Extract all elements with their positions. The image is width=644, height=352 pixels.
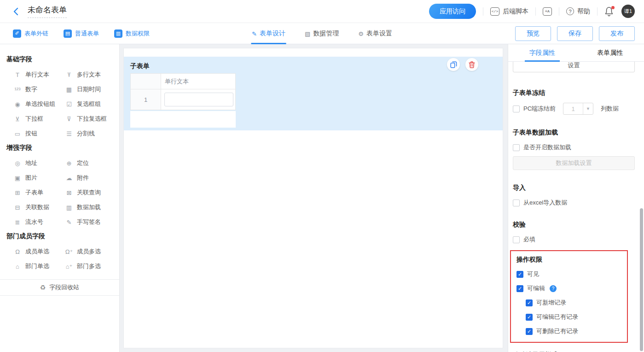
field-label: 单选按钮组	[25, 100, 55, 108]
panel-tab[interactable]: 字段属性	[508, 44, 576, 61]
permission-checkbox-row[interactable]: 可新增记录 ?	[526, 299, 622, 307]
recycle-icon: ♻	[40, 284, 46, 291]
checkbox[interactable]	[526, 328, 533, 335]
question-icon: ?	[566, 7, 574, 15]
field-palette-item[interactable]: ⌂⁺ 部门多选	[65, 259, 119, 274]
required-checkbox-row[interactable]: 必填	[513, 235, 635, 244]
checkbox-unchecked[interactable]	[513, 144, 520, 151]
checkbox[interactable]	[516, 271, 523, 278]
field-recycle-bin-button[interactable]: ♻ 字段回收站	[0, 279, 119, 296]
form-title[interactable]: 未命名表单	[28, 5, 67, 18]
checkbox[interactable]	[516, 285, 523, 292]
field-palette-item[interactable]: ☁ 附件	[65, 170, 119, 185]
field-label: 分割线	[77, 129, 95, 138]
freeze-suffix-label: 列数据	[601, 105, 619, 113]
field-palette-item[interactable]: Ŧ 多行文本	[65, 67, 119, 82]
freeze-column-select[interactable]: 1 ▼	[563, 103, 593, 115]
main-tab[interactable]: ⚙ 表单设置	[358, 23, 392, 44]
subform-table-header: 单行文本	[131, 74, 235, 89]
permission-checkbox-row[interactable]: 可编辑 ?	[516, 284, 622, 293]
field-palette-item[interactable]: T 单行文本	[13, 67, 65, 82]
subform-component-selected[interactable]: 子表单	[124, 57, 503, 130]
toolbar-action-button[interactable]: 保存	[557, 26, 593, 41]
field-palette-item[interactable]: ◉ 单选按钮组	[13, 97, 65, 111]
backend-script-button[interactable]: </> 后端脚本	[490, 7, 528, 16]
field-palette-item[interactable]: ▦ 日期时间	[65, 82, 119, 97]
import-checkbox-row[interactable]: 从excel导入数据	[513, 199, 635, 207]
field-icon: ⊞	[13, 189, 22, 196]
tab-label: 数据管理	[313, 29, 339, 38]
checkbox-unchecked[interactable]	[513, 199, 520, 206]
field-palette-item[interactable]: ⌂ 部门单选	[13, 259, 65, 274]
help-label: 帮助	[577, 7, 590, 16]
delete-component-button[interactable]	[465, 58, 478, 71]
field-palette-item[interactable]: ▣ 图片	[13, 170, 65, 185]
field-palette-item[interactable]: ⊽ 下拉复选框	[65, 111, 119, 126]
dataload-checkbox-row[interactable]: 是否开启数据加载	[513, 143, 635, 152]
permission-checkbox-row[interactable]: 可编辑已有记录 ?	[526, 313, 622, 321]
field-palette-item[interactable]: ¹²³ 数字	[13, 82, 65, 97]
field-palette-item[interactable]: Ω 成员单选	[13, 244, 65, 259]
copy-component-button[interactable]	[447, 58, 460, 71]
field-label: 部门单选	[25, 262, 49, 270]
checkbox-unchecked[interactable]	[513, 236, 520, 243]
enhanced-fields-grid: ◎ 地址 ⊕ 定位 ▣ 图片 ☁ 附件	[0, 156, 119, 229]
panel-scrollbar[interactable]	[640, 208, 643, 351]
checkbox[interactable]	[526, 299, 533, 306]
panel-tab[interactable]: 表单属性	[576, 44, 644, 61]
center-tabs: ✎ 表单设计 ▧ 数据管理 ⚙ 表单设置	[252, 23, 392, 44]
dataload-settings-button[interactable]: 数据加载设置	[513, 156, 635, 170]
design-canvas: 子表单	[120, 44, 508, 352]
field-palette-item[interactable]: ≣ 流水号	[13, 215, 65, 229]
checkbox[interactable]	[526, 314, 533, 321]
field-palette-item[interactable]: ⊻ 下拉框	[13, 111, 65, 126]
field-palette-item[interactable]: Ω⁺ 成员多选	[65, 244, 119, 259]
field-palette-item[interactable]: ▥ 数据加载	[65, 200, 119, 215]
field-palette-item[interactable]: ✎ 手写签名	[65, 215, 119, 229]
field-icon: ≣	[13, 219, 22, 226]
permission-label: 可编辑已有记录	[536, 313, 578, 321]
main-tab[interactable]: ▧ 数据管理	[305, 23, 339, 44]
field-palette-item[interactable]: ⊞ 子表单	[13, 185, 65, 200]
column-header-cell[interactable]: 单行文本	[161, 74, 235, 89]
field-palette-item[interactable]: ☑ 复选框组	[65, 97, 119, 111]
notification-bell-button[interactable]	[604, 6, 615, 17]
field-palette-item[interactable]: ⊟ 关联数据	[13, 200, 65, 215]
main-tab[interactable]: ✎ 表单设计	[252, 23, 285, 44]
toolbar-left-item[interactable]: ▤ 普通表单	[64, 29, 99, 38]
field-icon: ¹²³	[13, 86, 22, 93]
field-palette-item[interactable]: ☰ 分割线	[65, 126, 119, 141]
back-button[interactable]	[10, 6, 21, 17]
freeze-checkbox-row[interactable]: PC端冻结前 1 ▼ 列数据	[513, 103, 635, 115]
subform-table: 单行文本 1	[130, 73, 236, 110]
language-button[interactable]: ≡A	[543, 7, 552, 16]
field-palette-item[interactable]: ◎ 地址	[13, 156, 65, 170]
field-palette-item[interactable]: ⊠ 关联查询	[65, 185, 119, 200]
text-input[interactable]	[164, 93, 233, 106]
toolbar-action-button[interactable]: 预览	[515, 26, 551, 41]
dataload-section-title: 子表单数据加载	[513, 129, 635, 137]
toolbar-left-item[interactable]: ✐ 表单外链	[13, 29, 48, 38]
toolbar-action-button[interactable]: 发布	[599, 26, 635, 41]
section-title-basic: 基础字段	[0, 55, 119, 64]
permission-checkbox-row[interactable]: 可删除已有记录 ?	[526, 327, 622, 335]
section-title-enhanced: 增强字段	[0, 144, 119, 152]
help-icon[interactable]: ?	[550, 285, 557, 292]
app-access-button[interactable]: 应用访问	[429, 4, 476, 19]
avatar[interactable]: 谭1	[621, 5, 635, 18]
toolbar-left-item[interactable]: ▥ 数据权限	[114, 29, 150, 38]
field-label: 流水号	[25, 218, 43, 226]
field-label: 子表单	[25, 188, 43, 197]
freeze-section-title: 子表单冻结	[513, 89, 635, 97]
field-palette-item[interactable]: ⊕ 定位	[65, 156, 119, 170]
form-sheet[interactable]: 子表单	[123, 48, 503, 348]
field-palette-item[interactable]: ▭ 按钮	[13, 126, 65, 141]
permission-checkbox-row[interactable]: 可见 ?	[516, 270, 622, 278]
checkbox-unchecked[interactable]	[513, 106, 520, 112]
help-button[interactable]: ? 帮助	[566, 7, 590, 16]
permission-label: 可删除已有记录	[536, 327, 578, 335]
field-label: 数字	[25, 85, 37, 94]
field-label: 按钮	[25, 129, 37, 138]
settings-button[interactable]: 设置	[513, 62, 635, 72]
field-icon: ◉	[13, 101, 22, 108]
